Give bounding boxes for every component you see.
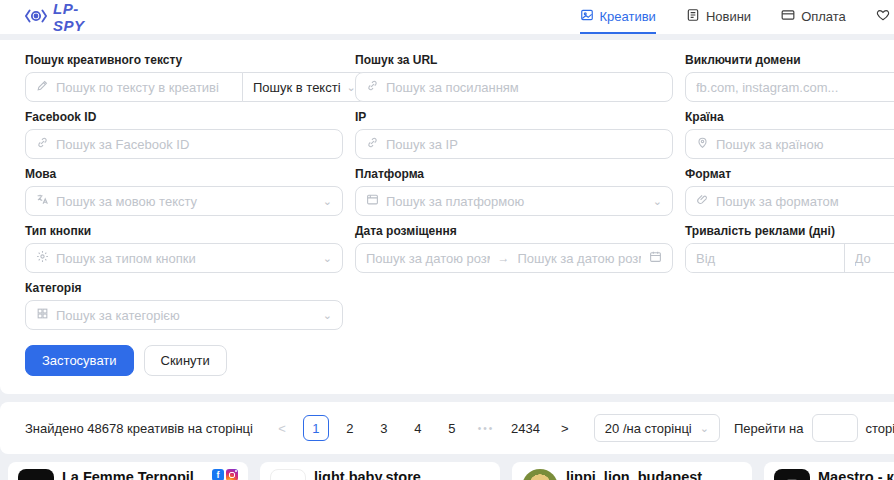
exclude-domains-label: Виключити домени [685,53,894,67]
page-3-button[interactable]: 3 [371,415,397,441]
button-type-input[interactable] [56,251,316,266]
credit-card-icon [781,8,795,25]
field-ip: IP [355,110,673,159]
avatar: LA FEMME [18,469,54,480]
heart-icon [876,8,890,25]
goto-page: Перейти на сторінку [734,414,894,442]
page: LP-SPY Креативи Новини Оплата Мої креати… [0,0,894,480]
ip-input[interactable] [386,137,662,152]
apply-button[interactable]: Застосувати [25,345,134,376]
field-url: Пошук за URL [355,53,673,102]
field-placement-date: Дата розміщення → [355,224,673,273]
field-language: Мова ⌄ [25,167,343,216]
grid-icon [36,307,49,323]
creative-card[interactable]: Maestro - кухні, меблі на замовлення в У… [764,462,894,480]
news-icon [686,8,700,25]
page-4-button[interactable]: 4 [405,415,431,441]
facebook-icon: f [212,469,224,480]
platform-input[interactable] [386,194,646,209]
card-title: Maestro - кухні, меблі на замовлення в У… [818,469,894,480]
network-icons: f [212,469,238,480]
exclude-domains-input[interactable] [696,80,894,95]
nav-payment[interactable]: Оплата [781,0,846,34]
text-search-mode-select[interactable]: Пошук в тексті ⌄ [242,72,367,102]
page-1-button[interactable]: 1 [303,415,329,441]
card-title: La Femme Ternopil [62,469,204,480]
goto-prefix: Перейти на [734,421,804,436]
pagination: < 1 2 3 4 5 ••• 2434 > [269,415,578,441]
logo[interactable]: LP-SPY [25,0,85,34]
filter-panel: Пошук креативного тексту Пошук в тексті … [0,40,894,394]
card-title: lippi_lion_budapest [566,469,734,480]
top-header: LP-SPY Креативи Новини Оплата Мої креати… [0,0,894,34]
goto-page-input[interactable] [812,414,858,442]
results-bar: Знайдено 48678 креативів на сторінці < 1… [0,402,894,454]
country-label: Країна [685,110,894,124]
field-button-type: Тип кнопки ⌄ [25,224,343,273]
date-from-input[interactable] [366,251,490,266]
translate-icon [36,193,49,209]
reset-button[interactable]: Скинути [144,345,227,376]
format-input[interactable] [716,194,894,209]
page-size-select[interactable]: 20 /на сторінці ⌄ [594,414,720,442]
field-exclude-domains: Виключити домени [685,53,894,102]
logo-text: LP-SPY [53,0,85,34]
url-input[interactable] [386,80,662,95]
pencil-icon [36,79,49,95]
browser-icon [366,193,379,209]
language-input[interactable] [56,194,316,209]
paperclip-icon [696,193,709,209]
category-input[interactable] [56,308,316,323]
language-label: Мова [25,167,343,181]
field-country: Країна [685,110,894,159]
ip-label: IP [355,110,673,124]
country-input[interactable] [716,137,894,152]
placement-date-label: Дата розміщення [355,224,673,238]
next-page-button[interactable]: > [552,415,578,441]
nav-creatives[interactable]: Креативи [580,0,656,34]
format-label: Формат [685,167,894,181]
creative-text-control [25,72,243,102]
chevron-down-icon: ⌄ [700,422,709,435]
duration-to-input[interactable] [845,244,894,272]
creative-text-label: Пошук креативного тексту [25,53,343,67]
duration-label: Тривалість реклами (дні) [685,224,894,238]
chevron-down-icon: ⌄ [323,195,332,208]
eye-logo-icon [25,8,47,27]
creative-card[interactable]: LIGHT.BABY STORE light.baby.store 2025-1… [260,462,500,480]
field-duration: Тривалість реклами (дні) [685,224,894,273]
calendar-icon [649,250,662,266]
page-2-button[interactable]: 2 [337,415,363,441]
nav-news[interactable]: Новини [686,0,751,34]
pagination-ellipsis[interactable]: ••• [473,415,499,441]
field-creative-text: Пошук креативного тексту Пошук в тексті … [25,53,343,102]
creative-text-input[interactable] [56,80,232,95]
date-to-input[interactable] [518,251,642,266]
instagram-icon [226,469,238,480]
facebook-id-input[interactable] [56,137,332,152]
chevron-down-icon: ⌄ [653,195,662,208]
results-summary: Знайдено 48678 креативів на сторінці [25,421,253,436]
avatar: LIGHT.BABY STORE [270,469,306,480]
platform-label: Платформа [355,167,673,181]
field-category: Категорія ⌄ [25,281,343,330]
creative-card[interactable]: lippi_lion_budapest 2025-11-20 21:02:03 … [512,462,752,480]
field-facebook-id: Facebook ID [25,110,343,159]
creative-cards: LA FEMME La Femme Ternopil 2025-11-20 21… [0,462,894,480]
link-icon [366,79,379,95]
facebook-id-label: Facebook ID [25,110,343,124]
creative-card[interactable]: LA FEMME La Femme Ternopil 2025-11-20 21… [8,462,248,480]
location-pin-icon [696,136,709,152]
arrow-right-icon: → [498,251,510,265]
field-platform: Платформа ⌄ [355,167,673,216]
goto-suffix: сторінку [866,421,894,436]
category-label: Категорія [25,281,343,295]
chevron-down-icon: ⌄ [323,309,332,322]
prev-page-button[interactable]: < [269,415,295,441]
last-page-button[interactable]: 2434 [507,415,544,441]
button-type-label: Тип кнопки [25,224,343,238]
chevron-down-icon: ⌄ [323,252,332,265]
duration-from-input[interactable] [686,244,844,272]
page-5-button[interactable]: 5 [439,415,465,441]
nav-my-creatives[interactable]: Мої креативи [876,0,894,34]
